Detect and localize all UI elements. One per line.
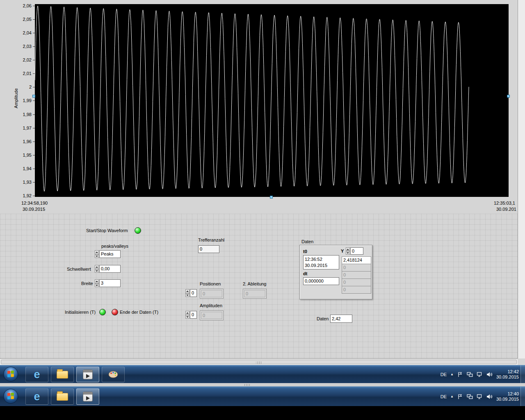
y-axis-ticks: 2,062,052,042,032,022,0121,991,981,971,9… (16, 0, 35, 205)
network-icon[interactable] (477, 372, 483, 377)
x-axis-end-date: 30.09.201 (496, 207, 516, 212)
positionen-indicator: 0 (200, 289, 224, 299)
y-index-spinner[interactable] (346, 247, 350, 255)
y-tick-label: 1,98 (23, 112, 32, 117)
y-array-cell: 0 (342, 278, 371, 286)
dt-label: dt (303, 271, 307, 276)
vertical-scrollbar[interactable] (518, 0, 525, 358)
horizontal-scrollbar[interactable] (0, 358, 518, 365)
x-axis-start-date: 30.09.2015 (23, 207, 45, 212)
breite-field[interactable]: 3 (99, 279, 121, 287)
breite-spinner[interactable] (95, 279, 99, 287)
action-center-flag-icon[interactable] (457, 372, 463, 377)
taskbar-paint-button[interactable] (102, 367, 125, 382)
dt-indicator: 0,000000 (303, 277, 339, 285)
y-array-cell: 0 (342, 271, 371, 279)
paint-palette-icon (108, 370, 119, 379)
tray-expand-icon[interactable]: ▲ (450, 372, 454, 376)
positionen-index-spinner[interactable] (185, 289, 189, 297)
speaker-icon[interactable] (486, 372, 493, 377)
windows-flag-icon (7, 370, 14, 378)
taskbar2-explorer-button[interactable] (51, 388, 74, 405)
language-indicator[interactable]: DE (441, 394, 447, 399)
amplituden-indicator: 0 (200, 310, 224, 320)
y-tick-label: 1,99 (23, 98, 32, 103)
folder-icon (57, 371, 68, 379)
inner-screenshot-edge (0, 383, 525, 386)
action-center-flag-icon[interactable] (457, 394, 463, 399)
x-axis-end-time: 12:35:03,1 (494, 201, 515, 205)
chart-plot-area[interactable] (35, 4, 509, 197)
daten-cluster: t0 12:36:52 30.09.2015 dt 0,000000 Y 0 2… (299, 245, 372, 299)
taskbar-explorer-button[interactable] (51, 367, 74, 382)
start-button-2[interactable] (3, 389, 18, 404)
trefferanzahl-label: Trefferanzahl (198, 237, 224, 242)
amplituden-index-spinner[interactable] (185, 311, 189, 319)
clock-2[interactable]: 12:40 30.09.2015 (496, 391, 519, 402)
folder-icon (57, 393, 68, 401)
breite-label: Breite (81, 281, 93, 286)
clock-date: 30.09.2015 (496, 397, 519, 402)
y-tick-label: 2,03 (23, 44, 32, 49)
positionen-index-field[interactable]: 0 (190, 289, 197, 297)
show-desktop-button-2[interactable] (520, 387, 525, 406)
y-tick-label: 2,02 (23, 57, 32, 62)
clock[interactable]: 12:42 30.09.2015 (496, 369, 519, 380)
waveform-trace (35, 6, 469, 191)
y-tick-label: 1,96 (23, 139, 32, 144)
windows-flag-icon (7, 393, 14, 400)
y-tick-label: 2,01 (23, 71, 32, 76)
start-button[interactable] (3, 367, 18, 381)
y-tick-label: 1,97 (23, 126, 32, 130)
inner-scrollbar-grip-icon (244, 384, 250, 386)
taskbar2-labview-button[interactable] (76, 388, 99, 405)
trefferanzahl-indicator: 0 (198, 245, 219, 253)
daten-output-indicator: 2,42 (330, 315, 352, 323)
system-tray: DE ▲ 12:42 30.09.2015 (441, 365, 519, 383)
ende-der-daten-label: Ende der Daten (T) (120, 310, 158, 315)
y-tick-label: 1,92 (23, 193, 32, 198)
language-indicator[interactable]: DE (441, 372, 447, 377)
taskbar-labview-button[interactable] (76, 367, 99, 382)
speaker-icon[interactable] (486, 394, 493, 399)
tray-expand-icon[interactable]: ▲ (450, 395, 454, 398)
peaks-valleys-ring[interactable]: Peaks (99, 250, 121, 258)
clock-time: 12:40 (507, 391, 519, 397)
system-tray-2: DE ▲ 12:40 30.09.2015 (441, 387, 519, 406)
initialisieren-led-button[interactable] (99, 309, 106, 315)
selection-handle-right[interactable] (507, 95, 510, 98)
dual-monitor-icon[interactable] (467, 394, 473, 399)
taskbar-ie-button[interactable]: e (25, 367, 48, 382)
scrollbar-grip-icon (256, 361, 262, 364)
internet-explorer-icon: e (34, 391, 40, 402)
clock-time: 12:42 (507, 369, 519, 374)
y-tick-label: 1,93 (23, 180, 32, 185)
y-array-cell: 0 (342, 286, 371, 294)
peaks-valleys-spinner[interactable] (95, 250, 99, 258)
y-label: Y (341, 249, 344, 253)
y-tick-label: 2,05 (23, 17, 32, 22)
schwellwert-field[interactable]: 0,00 (99, 265, 121, 273)
amplituden-index-field[interactable]: 0 (190, 311, 197, 319)
start-stop-label: Start/Stop Waveform (86, 228, 128, 233)
clock-date: 30.09.2015 (496, 374, 519, 380)
daten-cluster-title: Daten (301, 239, 313, 244)
show-desktop-button[interactable] (520, 365, 525, 383)
dual-monitor-icon[interactable] (467, 372, 473, 377)
initialisieren-label: Initialisieren (T) (65, 310, 96, 315)
y-index-field[interactable]: 0 (350, 247, 363, 255)
y-array-cell: 2,418124 (342, 256, 371, 264)
ende-der-daten-led[interactable] (112, 309, 118, 315)
selection-handle-left[interactable] (32, 95, 35, 98)
schwellwert-spinner[interactable] (95, 265, 99, 273)
network-icon[interactable] (477, 394, 483, 399)
taskbar2-ie-button[interactable]: e (25, 388, 48, 405)
y-array-values: 2,4181240000 (342, 257, 371, 294)
y-tick-label: 2,04 (23, 30, 32, 35)
horizontal-scrollbar-thumb[interactable] (1, 360, 517, 364)
selection-handle-bottom[interactable] (270, 196, 273, 199)
start-stop-led-button[interactable] (135, 227, 141, 234)
x-axis-start-time: 12:34:58,190 (21, 201, 48, 205)
waveform-svg (35, 4, 509, 197)
daten-output-label: Daten (317, 316, 329, 321)
